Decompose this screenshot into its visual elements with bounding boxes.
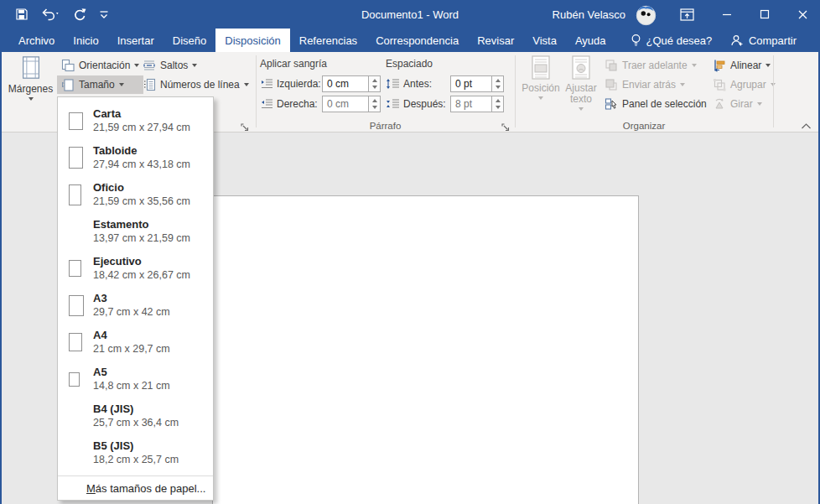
indent-right-icon bbox=[260, 98, 273, 110]
tab-insertar[interactable]: Insertar bbox=[108, 29, 163, 52]
line-numbers-button[interactable]: Números de línea bbox=[138, 75, 253, 94]
indent-left-stepper[interactable] bbox=[369, 75, 381, 92]
send-backward-button[interactable]: Enviar atrás bbox=[600, 75, 711, 94]
more-paper-sizes-item[interactable]: Más tamaños de papel... bbox=[58, 476, 213, 500]
spacing-before-icon bbox=[386, 78, 400, 90]
account-name[interactable]: Rubén Velasco bbox=[553, 8, 625, 21]
share-button[interactable]: Compartir bbox=[730, 29, 797, 52]
close-button[interactable] bbox=[797, 9, 808, 20]
title-bar: Documento1 - Word Rubén Velasco bbox=[2, 0, 818, 29]
paper-size-dims: 18,42 cm x 26,67 cm bbox=[93, 268, 190, 283]
tab-revisar[interactable]: Revisar bbox=[468, 29, 523, 52]
indent-left-row: Izquierda: 0 cm bbox=[260, 75, 381, 92]
rotate-button[interactable]: Girar bbox=[708, 95, 780, 113]
paper-size-item[interactable]: A5 14,8 cm x 21 cm bbox=[58, 361, 213, 397]
spacing-before-stepper[interactable] bbox=[492, 75, 504, 92]
paper-size-dims: 29,7 cm x 42 cm bbox=[93, 305, 170, 320]
paper-size-menu-list: Carta 21,59 cm x 27,94 cm Tabloide 27,94… bbox=[58, 102, 213, 471]
tab-archivo[interactable]: Archivo bbox=[9, 29, 64, 52]
selection-pane-button[interactable]: Panel de selección bbox=[600, 95, 711, 113]
paper-size-dims: 21,59 cm x 35,56 cm bbox=[93, 195, 190, 209]
breaks-label: Saltos bbox=[160, 60, 188, 71]
spacing-after-label: Después: bbox=[403, 98, 450, 110]
indent-left-icon bbox=[260, 78, 273, 90]
paper-size-name: A4 bbox=[93, 328, 170, 342]
wrap-text-button[interactable]: Ajustar texto bbox=[561, 55, 601, 111]
collapse-ribbon-icon[interactable] bbox=[801, 122, 812, 130]
indent-right-label: Derecha: bbox=[277, 98, 322, 110]
paper-size-item[interactable]: Oficio 21,59 cm x 35,56 cm bbox=[58, 176, 213, 213]
minimize-button[interactable] bbox=[722, 9, 732, 19]
quick-access-toolbar bbox=[15, 8, 109, 21]
send-backward-icon bbox=[605, 78, 618, 91]
tab-vista[interactable]: Vista bbox=[523, 29, 566, 52]
page-setup-dialog-launcher[interactable] bbox=[239, 122, 250, 132]
bring-forward-button[interactable]: Traer adelante bbox=[600, 56, 711, 75]
orientation-label: Orientación bbox=[79, 60, 130, 71]
tab-correspondencia[interactable]: Correspondencia bbox=[366, 29, 468, 52]
customize-qat-icon[interactable] bbox=[99, 9, 109, 19]
paper-size-item[interactable]: Carta 21,59 cm x 27,94 cm bbox=[58, 102, 213, 139]
tell-me-box[interactable]: ¿Qué desea? bbox=[622, 29, 721, 52]
paper-size-name: B4 (JIS) bbox=[93, 402, 179, 416]
account-avatar[interactable] bbox=[635, 3, 657, 26]
indent-right-stepper[interactable] bbox=[369, 96, 381, 112]
spacing-before-input[interactable]: 0 pt bbox=[450, 75, 492, 92]
paragraph-dialog-launcher[interactable] bbox=[500, 122, 511, 132]
selection-pane-icon bbox=[605, 97, 618, 111]
paper-page-icon bbox=[69, 295, 84, 316]
tab-referencias[interactable]: Referencias bbox=[290, 29, 366, 52]
chevron-down-icon bbox=[766, 64, 771, 67]
spacing-after-row: Después: 8 pt bbox=[386, 96, 504, 112]
margins-label: Márgenes bbox=[8, 84, 53, 95]
save-icon[interactable] bbox=[15, 8, 29, 21]
page-setup-col2: Saltos Números de línea bbox=[138, 56, 253, 94]
spacing-after-input[interactable]: 8 pt bbox=[450, 96, 492, 112]
align-button[interactable]: Alinear bbox=[708, 56, 780, 75]
maximize-button[interactable] bbox=[760, 9, 770, 19]
paper-page-icon bbox=[69, 112, 83, 130]
bring-forward-icon bbox=[605, 59, 618, 72]
paper-size-menu: Carta 21,59 cm x 27,94 cm Tabloide 27,94… bbox=[57, 96, 214, 501]
paper-size-dims: 13,97 cm x 21,59 cm bbox=[93, 231, 190, 246]
position-button[interactable]: Posición bbox=[522, 55, 560, 100]
group-separator bbox=[773, 55, 774, 127]
tab-disposicion[interactable]: Disposición bbox=[215, 29, 289, 52]
paper-size-item[interactable]: Ejecutivo 18,42 cm x 26,67 cm bbox=[58, 250, 213, 287]
paper-size-item[interactable]: B4 (JIS) 25,7 cm x 36,4 cm bbox=[58, 397, 213, 434]
indent-left-input[interactable]: 0 cm bbox=[322, 75, 369, 92]
paper-size-name: Carta bbox=[93, 107, 190, 121]
tab-ayuda[interactable]: Ayuda bbox=[566, 29, 615, 52]
orientation-icon bbox=[61, 59, 75, 72]
group-button[interactable]: Agrupar bbox=[708, 75, 780, 94]
tell-me-label: ¿Qué desea? bbox=[646, 34, 713, 47]
person-add-icon bbox=[730, 34, 744, 46]
breaks-button[interactable]: Saltos bbox=[138, 56, 253, 75]
paper-size-item[interactable]: Tabloide 27,94 cm x 43,18 cm bbox=[58, 139, 213, 176]
paper-size-item[interactable]: B5 (JIS) 18,2 cm x 25,7 cm bbox=[58, 434, 213, 471]
paper-size-dims: 18,2 cm x 25,7 cm bbox=[93, 453, 179, 467]
size-button[interactable]: Tamaño bbox=[57, 75, 143, 94]
group-separator bbox=[256, 55, 257, 127]
indent-right-input[interactable]: 0 cm bbox=[322, 96, 369, 112]
ribbon-display-options-icon[interactable] bbox=[680, 8, 694, 21]
indent-block: Aplicar sangría Izquierda: 0 cm Derecha:… bbox=[260, 58, 381, 116]
paper-size-dims: 21 cm x 29,7 cm bbox=[93, 342, 170, 356]
redo-icon[interactable] bbox=[72, 8, 86, 21]
chevron-down-icon bbox=[119, 83, 124, 86]
margins-button[interactable]: Márgenes bbox=[7, 55, 54, 101]
size-icon bbox=[61, 78, 75, 91]
paper-size-name: Oficio bbox=[93, 180, 190, 195]
tab-inicio[interactable]: Inicio bbox=[64, 29, 107, 52]
undo-icon[interactable] bbox=[41, 8, 60, 21]
document-page[interactable] bbox=[212, 195, 639, 504]
paper-size-item[interactable]: Estamento 13,97 cm x 21,59 cm bbox=[58, 213, 213, 250]
chevron-down-icon bbox=[244, 83, 249, 86]
align-icon bbox=[713, 59, 726, 72]
paper-size-item[interactable]: A3 29,7 cm x 42 cm bbox=[58, 287, 213, 324]
spacing-after-stepper[interactable] bbox=[492, 96, 504, 112]
orientation-button[interactable]: Orientación bbox=[57, 56, 143, 75]
paper-size-item[interactable]: A4 21 cm x 29,7 cm bbox=[58, 324, 213, 361]
chevron-down-icon bbox=[579, 107, 584, 111]
tab-diseno[interactable]: Diseño bbox=[163, 29, 215, 52]
